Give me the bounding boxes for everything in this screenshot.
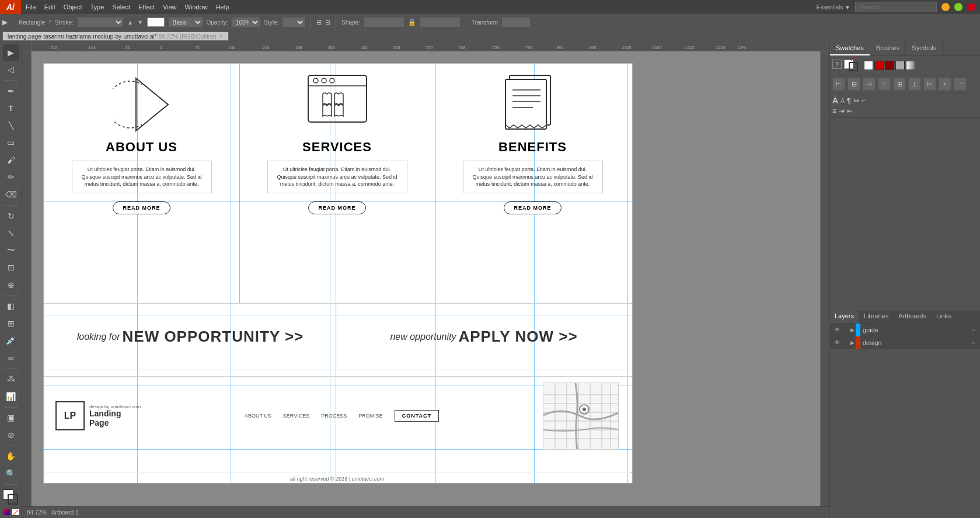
layer-visibility-design[interactable]: 👁: [832, 338, 842, 347]
benefits-title: BENEFITS: [498, 140, 567, 155]
line-tool-button[interactable]: ╲: [3, 117, 19, 134]
footer-contact-btn[interactable]: CONTACT: [395, 410, 439, 422]
color-mode-btn[interactable]: [2, 509, 11, 516]
tab-swatches[interactable]: Swatches: [830, 42, 870, 55]
free-transform-button[interactable]: ⊡: [3, 259, 19, 276]
about-us-read-more[interactable]: READ MORE: [113, 201, 170, 214]
align-middle-btn[interactable]: ⊞: [893, 78, 906, 91]
menu-help[interactable]: Help: [216, 4, 229, 11]
stroke-box[interactable]: [8, 494, 18, 505]
type-tool-button[interactable]: T: [3, 100, 19, 117]
blend-tool-button[interactable]: ∞: [3, 350, 19, 366]
align-center-btn[interactable]: ⊟: [848, 78, 860, 91]
align-right-btn[interactable]: ⊣: [863, 78, 876, 91]
warp-tool-button[interactable]: 〜: [3, 242, 19, 259]
layer-row-guide[interactable]: 👁 ▶ guide ○: [830, 324, 980, 336]
layer-lock-design[interactable]: ○: [969, 339, 978, 346]
footer-nav-promise[interactable]: PROMISE: [358, 413, 383, 419]
stroke-color-box[interactable]: [147, 18, 165, 27]
distribute-icon[interactable]: ⊟: [325, 19, 330, 26]
stroke-select[interactable]: [77, 17, 124, 27]
style-select[interactable]: [282, 17, 305, 27]
align-bottom-btn[interactable]: ⊥: [908, 78, 921, 91]
canvas-area[interactable]: -216 -144 -72 0 72 144 216 288 360 432 5…: [22, 42, 829, 518]
tab-brushes[interactable]: Brushes: [870, 42, 906, 55]
menu-view[interactable]: View: [163, 4, 177, 11]
layer-expand-design[interactable]: ▶: [849, 339, 856, 346]
pen-tool-button[interactable]: ✒: [3, 83, 19, 99]
paint-tool-button[interactable]: 🖌: [3, 152, 19, 168]
eyedropper-button[interactable]: 💉: [3, 332, 19, 349]
opacity-select[interactable]: 100%: [231, 17, 260, 27]
scrollbar-vertical[interactable]: [820, 51, 829, 509]
maximize-button[interactable]: [954, 3, 962, 11]
menu-type[interactable]: Type: [90, 4, 104, 11]
menu-items: File Edit Object Type Select Effect View…: [21, 4, 229, 11]
distribute-h-btn[interactable]: ⊨: [923, 78, 936, 91]
minimize-button[interactable]: [941, 3, 950, 11]
symbol-tool-button[interactable]: ⁂: [3, 371, 19, 388]
stroke-down-btn[interactable]: ▼: [137, 19, 144, 26]
swatch-gray[interactable]: [895, 61, 905, 70]
menu-effect[interactable]: Effect: [138, 4, 155, 11]
menu-window[interactable]: Window: [185, 4, 208, 11]
hand-tool-button[interactable]: ✋: [3, 449, 19, 465]
eraser-tool-button[interactable]: ⌫: [3, 186, 19, 203]
pencil-tool-button[interactable]: ✏: [3, 169, 19, 186]
menu-object[interactable]: Object: [64, 4, 82, 11]
color-mode-buttons: [2, 509, 20, 516]
shape-builder-button[interactable]: ⊕: [3, 277, 19, 293]
benefits-read-more[interactable]: READ MORE: [504, 201, 561, 214]
slice-tool-button[interactable]: ⊘: [3, 427, 19, 443]
swatch-help-button[interactable]: ?: [832, 60, 842, 69]
scale-tool-button[interactable]: ⤡: [3, 225, 19, 241]
rect-tool-button[interactable]: ▭: [3, 135, 19, 151]
footer-nav-process[interactable]: PROCESS: [321, 413, 347, 419]
menu-edit[interactable]: Edit: [44, 4, 55, 11]
none-mode-btn[interactable]: [12, 509, 20, 516]
artboard-tool-button[interactable]: ▣: [3, 410, 19, 426]
menu-select[interactable]: Select: [112, 4, 130, 11]
mesh-tool-button[interactable]: ⊞: [3, 315, 19, 332]
align-left-btn[interactable]: ⊢: [832, 78, 845, 91]
stroke-up-btn[interactable]: ▲: [127, 19, 134, 26]
width-input[interactable]: 92.518 px: [364, 17, 404, 27]
distribute-v-btn[interactable]: ⊧: [939, 78, 951, 91]
layers-tab-libraries[interactable]: Libraries: [859, 311, 894, 323]
swatch-dark-red[interactable]: [885, 61, 894, 70]
zoom-tool-button[interactable]: 🔍: [3, 465, 19, 482]
swatch-red[interactable]: [874, 61, 884, 70]
swatch-white[interactable]: [864, 61, 873, 70]
stroke-label: Stroke:: [55, 19, 74, 26]
layer-expand-guide[interactable]: ▶: [849, 326, 856, 333]
layers-tab-links[interactable]: Links: [932, 311, 957, 323]
document-tab[interactable]: landing-page-tasarimi-hazirlama-mockup-b…: [2, 32, 229, 41]
x-input[interactable]: 0 px: [501, 17, 531, 27]
layers-tab-artboards[interactable]: Artboards: [894, 311, 932, 323]
copyright-area: all right reserved © 2016 | umutavci.com: [44, 472, 630, 484]
layer-visibility-guide[interactable]: 👁: [832, 325, 842, 335]
close-button[interactable]: [967, 3, 975, 11]
rotate-tool-button[interactable]: ↻: [3, 208, 19, 224]
layer-lock-guide[interactable]: ○: [969, 326, 978, 333]
search-input[interactable]: [855, 2, 937, 12]
layers-tab-layers[interactable]: Layers: [830, 311, 859, 323]
gradient-tool-button[interactable]: ◧: [3, 298, 19, 314]
graph-tool-button[interactable]: 📊: [3, 388, 19, 405]
stroke-style-select[interactable]: Basic: [168, 17, 203, 27]
services-read-more[interactable]: READ MORE: [308, 201, 365, 214]
document-area[interactable]: ABOUT US Ut ultricies feugiat porta. Eti…: [32, 51, 820, 509]
tab-close-button[interactable]: ✕: [219, 33, 224, 39]
select-tool-button[interactable]: ▶: [3, 44, 19, 61]
swatch-gradient[interactable]: [906, 61, 915, 70]
height-input[interactable]: 67.042 px: [420, 17, 461, 27]
menu-file[interactable]: File: [26, 4, 36, 11]
layer-row-design[interactable]: 👁 ▶ design ○: [830, 336, 980, 349]
footer-nav-services[interactable]: SERVICES: [283, 413, 309, 419]
tab-symbols[interactable]: Symbols: [906, 42, 943, 55]
direct-select-tool-button[interactable]: ◁: [3, 62, 19, 78]
align-top-btn[interactable]: ⊤: [878, 78, 891, 91]
footer-nav-about[interactable]: ABOUT US: [245, 413, 271, 419]
align-icon[interactable]: ⊞: [316, 19, 322, 26]
more-options-btn[interactable]: ⋯: [954, 78, 967, 91]
